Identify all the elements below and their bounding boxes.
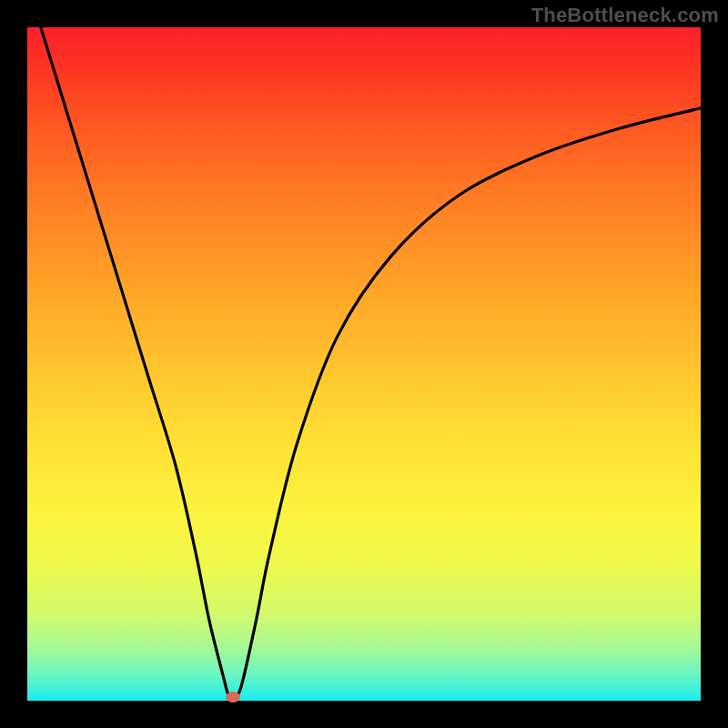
- chart-stage: TheBottleneck.com: [0, 0, 728, 728]
- watermark-text: TheBottleneck.com: [531, 4, 719, 27]
- bottleneck-curve: [41, 27, 701, 700]
- plot-area: [27, 27, 701, 701]
- minimum-marker: [226, 692, 240, 703]
- curve-svg: [27, 27, 701, 701]
